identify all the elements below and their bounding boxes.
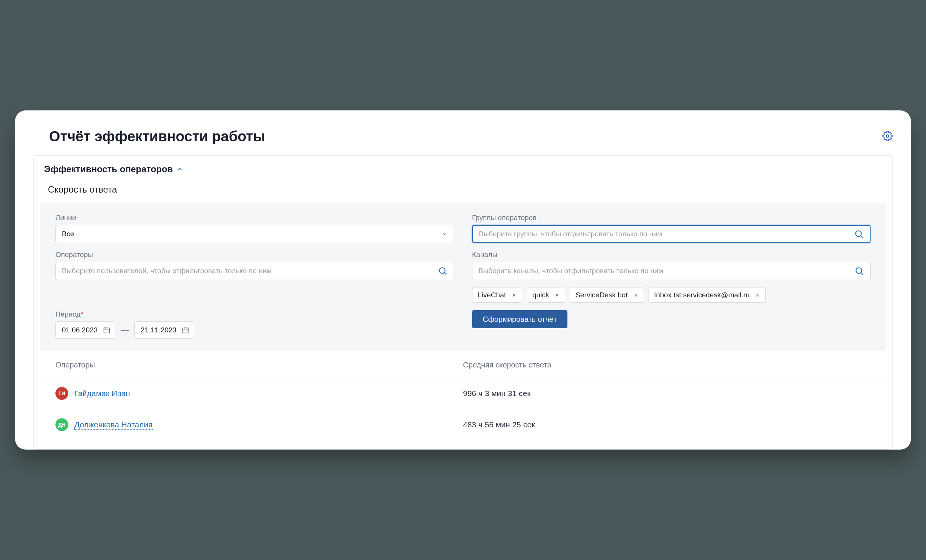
operator-cell: ДНДолженкова Наталия: [55, 418, 463, 431]
lines-label: Линии: [55, 214, 454, 222]
avatar: ДН: [55, 418, 68, 431]
settings-icon[interactable]: [882, 131, 893, 143]
date-to-value: 21.11.2023: [141, 326, 176, 334]
operators-field: Операторы: [55, 251, 454, 303]
groups-label: Группы операторов: [472, 214, 871, 222]
operators-label: Операторы: [55, 251, 454, 259]
period-inputs: 01.06.2023 — 21.11.2023: [55, 321, 194, 339]
table-row: ДНДолженкова Наталия483 ч 55 мин 25 сек: [40, 409, 886, 440]
chip-label: ServiceDesk bot: [575, 291, 627, 299]
period-label: Период*: [55, 310, 194, 318]
svg-point-0: [886, 135, 889, 137]
operators-text-input[interactable]: [62, 267, 438, 275]
date-from-value: 01.06.2023: [62, 326, 98, 334]
lines-field: Линии Все: [55, 214, 454, 243]
avatar: ГИ: [55, 387, 68, 400]
lines-value: Все: [62, 230, 74, 238]
date-from-input[interactable]: 01.06.2023: [55, 321, 115, 339]
search-icon: [854, 266, 864, 276]
channel-chips: LiveChatquickServiceDesk botInbox tst.se…: [472, 288, 871, 303]
svg-rect-4: [104, 328, 110, 333]
filters-container: Линии Все Группы операторов Операторы: [40, 203, 886, 351]
chip-label: LiveChat: [478, 291, 506, 299]
operator-link[interactable]: Долженкова Наталия: [74, 420, 153, 430]
table-header: Операторы Средняя скорость ответа: [40, 351, 886, 378]
page-title: Отчёт эффективности работы: [49, 129, 265, 145]
svg-point-1: [855, 231, 861, 236]
collapse-label: Эффективность операторов: [44, 164, 173, 174]
search-icon: [854, 229, 864, 239]
svg-point-2: [439, 268, 445, 273]
page-header: Отчёт эффективности работы: [15, 125, 911, 155]
col-avg-response: Средняя скорость ответа: [463, 361, 871, 369]
channel-chip[interactable]: quick: [527, 288, 565, 303]
chip-label: quick: [532, 291, 549, 299]
collapse-toggle[interactable]: Эффективность операторов: [44, 164, 183, 174]
generate-report-button[interactable]: Сформировать отчёт: [472, 310, 567, 328]
chevron-up-icon: [176, 166, 183, 173]
lines-select[interactable]: Все: [55, 225, 454, 243]
chip-label: Inbox tst.servicedesk@mail.ru: [654, 291, 750, 299]
channel-chip[interactable]: LiveChat: [472, 288, 522, 303]
svg-point-3: [856, 268, 862, 273]
panel-subtitle: Скорость ответа: [34, 177, 892, 203]
close-icon[interactable]: [511, 292, 517, 298]
results-table: Операторы Средняя скорость ответа ГИГайд…: [34, 351, 892, 449]
report-window: Отчёт эффективности работы Эффективность…: [15, 110, 911, 450]
operators-input[interactable]: [55, 262, 454, 280]
channels-input[interactable]: [472, 262, 871, 280]
required-marker: *: [81, 310, 83, 318]
operator-cell: ГИГайдамак Иван: [55, 387, 463, 400]
channels-text-input[interactable]: [478, 267, 854, 275]
submit-col: Сформировать отчёт: [472, 310, 871, 339]
channel-chip[interactable]: Inbox tst.servicedesk@mail.ru: [649, 288, 766, 303]
channel-chip[interactable]: ServiceDesk bot: [570, 288, 644, 303]
col-operator: Операторы: [55, 361, 463, 369]
efficiency-panel: Эффективность операторов Скорость ответа…: [33, 155, 893, 450]
avg-response-value: 996 ч 3 мин 31 сек: [463, 389, 871, 398]
channels-label: Каналы: [472, 251, 871, 259]
groups-input[interactable]: [472, 225, 871, 243]
table-row: ГИГайдамак Иван996 ч 3 мин 31 сек: [40, 378, 886, 409]
groups-text-input[interactable]: [479, 230, 854, 238]
date-separator: —: [121, 325, 129, 335]
avg-response-value: 483 ч 55 мин 25 сек: [463, 420, 871, 429]
close-icon[interactable]: [554, 292, 560, 298]
calendar-icon: [182, 326, 189, 334]
operator-link[interactable]: Гайдамак Иван: [74, 389, 130, 398]
close-icon[interactable]: [755, 292, 760, 298]
svg-rect-5: [183, 328, 189, 333]
calendar-icon: [103, 326, 110, 334]
channels-field: Каналы LiveChatquickServiceDesk botInbox…: [472, 251, 871, 303]
panel-header: Эффективность операторов: [34, 156, 892, 177]
chevron-down-icon: [442, 231, 448, 237]
period-field: Период* 01.06.2023 — 21.11.2023: [55, 310, 454, 339]
search-icon: [438, 266, 448, 276]
close-icon[interactable]: [633, 292, 638, 298]
groups-field: Группы операторов: [472, 214, 871, 243]
date-to-input[interactable]: 21.11.2023: [134, 321, 194, 339]
